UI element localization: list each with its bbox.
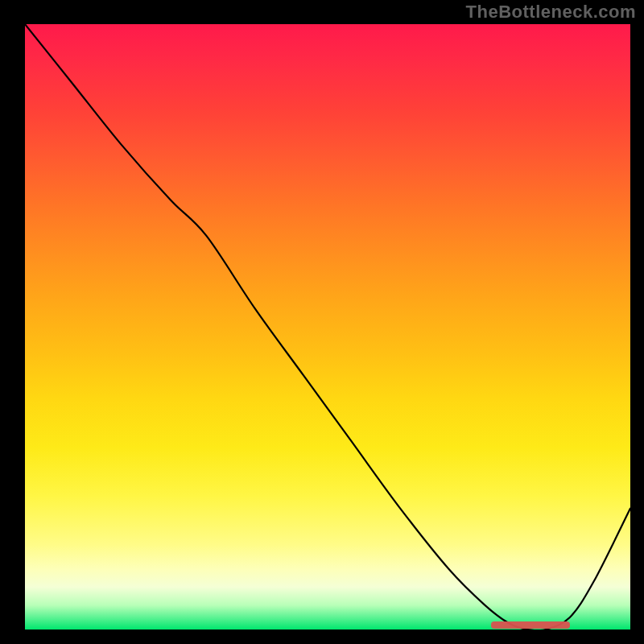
optimal-marker (491, 621, 570, 629)
chart-plot-area (25, 24, 630, 630)
watermark-text: TheBottleneck.com (466, 2, 636, 23)
bottleneck-curve (25, 24, 630, 630)
chart-frame: TheBottleneck.com (0, 0, 644, 644)
curve-svg (25, 24, 630, 630)
